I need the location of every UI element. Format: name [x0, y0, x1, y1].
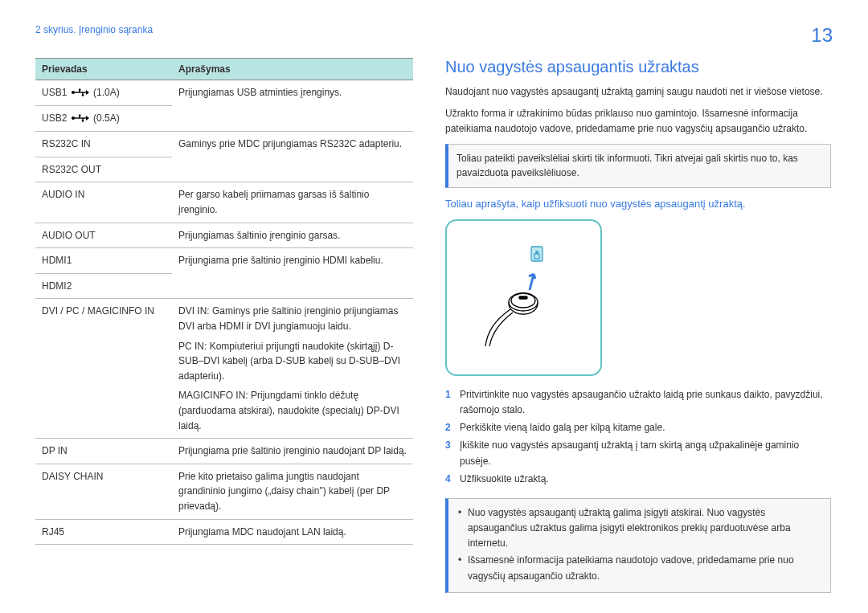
port-cell: HDMI2	[35, 273, 172, 299]
desc-line: MAGICINFO IN: Prijungdami tinklo dėžutę …	[178, 388, 407, 433]
lock-illustration	[445, 219, 602, 376]
table-row: AUDIO IN Per garso kabelį priimamas gars…	[35, 182, 413, 223]
desc-cell: Prijungiamas šaltinio įrenginio garsas.	[172, 223, 413, 248]
note-item: Nuo vagystės apsaugantį užraktą galima į…	[457, 505, 822, 552]
port-cell: RS232C IN	[35, 132, 172, 157]
table-row: DVI / PC / MAGICINFO IN DVI IN: Gaminys …	[35, 299, 413, 439]
subheading: Toliau aprašyta, kaip užfiksuoti nuo vag…	[445, 198, 831, 210]
table-header-port: Prievadas	[35, 59, 172, 80]
port-cell: USB1 (1.0A)	[35, 80, 172, 106]
info-callout: Toliau pateikti paveikslėliai skirti tik…	[445, 144, 831, 188]
port-cell: RJ45	[35, 519, 172, 545]
table-row: DAISY CHAIN Prie kito prietaiso galima j…	[35, 464, 413, 519]
desc-cell: DVI IN: Gaminys prie šaltinio įrenginio …	[172, 299, 413, 439]
port-cell: USB2 (0.5A)	[35, 106, 172, 132]
port-suffix: (0.5A)	[93, 112, 120, 124]
port-label: USB1	[42, 87, 67, 98]
note-item: Išsamesnė informacija pateikiama naudoto…	[457, 553, 822, 583]
port-cell: DP IN	[35, 439, 172, 464]
desc-cell: Prijungiamas USB atminties įrenginys.	[172, 80, 413, 132]
table-row: RJ45 Prijungiama MDC naudojant LAN laidą…	[35, 519, 413, 545]
step-item: Perkiškite vieną laido galą per kilpą ki…	[445, 420, 831, 435]
port-suffix: (1.0A)	[93, 87, 120, 98]
table-row: RS232C IN Gaminys prie MDC prijungiamas …	[35, 132, 413, 157]
step-item: Įkiškite nuo vagystės apsaugantį užraktą…	[445, 438, 831, 468]
table-row: DP IN Prijungiama prie šaltinio įrengini…	[35, 439, 413, 464]
section-title: Nuo vagystės apsaugantis užraktas	[445, 58, 831, 76]
desc-line: PC IN: Kompiuteriui prijungti naudokite …	[178, 339, 407, 384]
steps-list: Pritvirtinkite nuo vagystės apsaugančio …	[445, 387, 831, 487]
port-cell: RS232C OUT	[35, 157, 172, 182]
desc-cell: Prie kito prietaiso galima jungtis naudo…	[172, 464, 413, 519]
left-column: Prievadas Aprašymas USB1 (1.0A) Prijungi…	[35, 58, 413, 593]
ports-table: Prievadas Aprašymas USB1 (1.0A) Prijungi…	[35, 58, 413, 545]
svg-point-13	[511, 293, 535, 308]
port-cell: HDMI1	[35, 248, 172, 274]
port-cell: DVI / PC / MAGICINFO IN	[35, 299, 172, 439]
port-cell: AUDIO IN	[35, 182, 172, 223]
notes-callout: Nuo vagystės apsaugantį užraktą galima į…	[445, 498, 831, 593]
step-item: Pritvirtinkite nuo vagystės apsaugančio …	[445, 387, 831, 418]
step-item: Užfiksuokite užraktą.	[445, 472, 831, 487]
desc-cell: Prijungiama prie šaltinio įrenginio HDMI…	[172, 248, 413, 299]
svg-rect-14	[519, 296, 527, 299]
table-row: USB1 (1.0A) Prijungiamas USB atminties į…	[35, 80, 413, 106]
desc-cell: Per garso kabelį priimamas garsas iš šal…	[172, 182, 413, 223]
chapter-header: 2 skyrius. Įrenginio sąranka	[35, 24, 833, 35]
intro-text: Naudojant nuo vagystės apsaugantį užrakt…	[445, 84, 831, 100]
usb-icon	[72, 86, 89, 101]
intro-text: Užrakto forma ir užrakinimo būdas prikla…	[445, 106, 831, 137]
port-label: USB2	[42, 112, 67, 124]
table-row: AUDIO OUT Prijungiamas šaltinio įrengini…	[35, 223, 413, 248]
table-row: HDMI1 Prijungiama prie šaltinio įrengini…	[35, 248, 413, 274]
port-cell: AUDIO OUT	[35, 223, 172, 248]
desc-cell: Gaminys prie MDC prijungiamas RS232C ada…	[172, 132, 413, 182]
desc-cell: Prijungiama prie šaltinio įrenginio naud…	[172, 439, 413, 464]
table-header-desc: Aprašymas	[172, 59, 413, 80]
desc-line: DVI IN: Gaminys prie šaltinio įrenginio …	[178, 304, 407, 333]
desc-cell: Prijungiama MDC naudojant LAN laidą.	[172, 519, 413, 545]
right-column: Nuo vagystės apsaugantis užraktas Naudoj…	[445, 58, 831, 593]
page-number: 13	[811, 24, 833, 47]
lock-drawing-icon	[447, 219, 604, 376]
usb-icon	[72, 112, 89, 127]
port-cell: DAISY CHAIN	[35, 464, 172, 519]
